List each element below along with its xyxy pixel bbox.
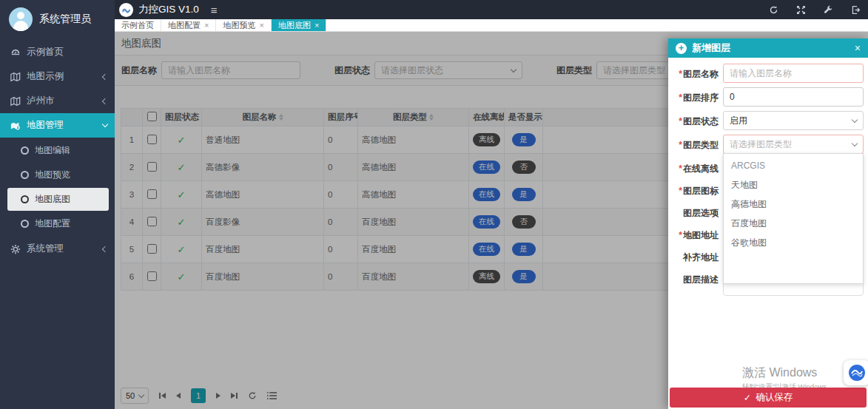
dropdown-option-gaode[interactable]: 高德地图 [724, 195, 863, 214]
sidebar-item-map-preview[interactable]: 地图预览 [7, 163, 109, 186]
close-icon[interactable]: × [314, 21, 319, 30]
user-name: 系统管理员 [39, 13, 91, 26]
sidebar-item-label: 地图配置 [35, 217, 70, 230]
tab-label: 地图底图 [278, 20, 311, 31]
sidebar-item-label: 地图编辑 [35, 144, 70, 157]
tab-map-basemap[interactable]: 地图底图 × [272, 19, 326, 31]
sidebar-item-luzhou[interactable]: 泸州市 [0, 89, 115, 113]
chevron-down-icon [852, 116, 858, 122]
check-icon: ✓ [744, 392, 751, 403]
app-logo [119, 3, 133, 17]
tab-label: 示例首页 [121, 20, 154, 31]
sidebar-item-system-management[interactable]: 系统管理 [0, 237, 115, 261]
tab-map-preview[interactable]: 地图预览 × [216, 19, 271, 31]
app-title: 力控GIS V1.0 [138, 3, 199, 16]
modal-header: + 新增图层 × [668, 38, 868, 58]
layer-status-label: 图层状态 [671, 111, 719, 128]
chevron-left-icon [102, 73, 108, 79]
sidebar-item-map-management[interactable]: 地图管理 [0, 113, 115, 138]
plus-circle-icon: + [676, 43, 687, 54]
floating-widget-button[interactable] [844, 360, 868, 385]
modal-body: 图层名称 图层排序 图层状态 启用 图层类型 请选择图层类型 [668, 58, 868, 296]
map-url-label: 地图地址 [671, 225, 719, 242]
layer-desc-label: 图层描述 [671, 269, 719, 286]
topbar-actions [769, 5, 861, 15]
chevron-down-icon [852, 140, 858, 146]
sidebar-item-label: 地图底图 [35, 193, 70, 206]
chevron-left-icon [102, 246, 108, 251]
tab-bar: 示例首页 地图配置 × 地图预览 × 地图底图 × [115, 19, 868, 32]
layer-sort-label: 图层排序 [671, 87, 719, 104]
sidebar-item-label: 地图管理 [27, 119, 97, 132]
close-icon[interactable]: × [259, 21, 263, 30]
avatar [9, 7, 33, 31]
menu-toggle-icon[interactable]: ≡ [211, 4, 218, 16]
top-bar: 力控GIS V1.0 ≡ [115, 0, 868, 19]
user-profile[interactable]: 系统管理员 [0, 0, 115, 40]
layer-status-field[interactable]: 启用 [723, 111, 864, 130]
sidebar: 系统管理员 示例首页 地图示例 泸州市 地图管理 [0, 0, 115, 409]
refresh-icon[interactable] [769, 5, 778, 15]
sidebar-nav: 示例首页 地图示例 泸州市 地图管理 地图编辑 [0, 40, 115, 261]
logout-icon[interactable] [851, 5, 861, 15]
confirm-save-button[interactable]: ✓ 确认保存 [670, 388, 867, 408]
sidebar-item-map-demo[interactable]: 地图示例 [0, 64, 115, 89]
layer-type-label: 图层类型 [671, 135, 719, 152]
layer-name-label: 图层名称 [671, 64, 719, 81]
circle-icon [21, 195, 29, 203]
sidebar-item-map-basemap[interactable]: 地图底图 [7, 188, 109, 211]
dropdown-option-arcgis[interactable]: ARCGIS [724, 156, 863, 175]
circle-icon [21, 171, 29, 179]
close-icon[interactable]: × [855, 42, 861, 54]
online-offline-label: 在线离线 [671, 158, 719, 175]
fullscreen-icon[interactable] [796, 5, 806, 15]
sidebar-item-map-config[interactable]: 地图配置 [7, 212, 109, 235]
tab-home[interactable]: 示例首页 [115, 19, 161, 31]
sidebar-item-map-edit[interactable]: 地图编辑 [7, 139, 109, 162]
gear-icon [10, 244, 21, 254]
browser-widget-icon [848, 364, 866, 382]
map-management-icon [10, 121, 21, 131]
layer-options-label: 图层选项 [671, 203, 719, 220]
dropdown-option-google[interactable]: 谷歌地图 [724, 233, 863, 252]
extra-url-label: 补齐地址 [671, 247, 719, 264]
tab-label: 地图配置 [168, 20, 201, 31]
layer-type-field[interactable]: 请选择图层类型 [723, 135, 864, 154]
dropdown-option-baidu[interactable]: 百度地图 [724, 214, 863, 233]
map-icon [10, 96, 21, 107]
sidebar-item-label: 地图预览 [35, 169, 70, 181]
sidebar-item-label: 示例首页 [27, 46, 107, 58]
close-icon[interactable]: × [204, 21, 209, 30]
modal-title: 新增图层 [692, 41, 850, 55]
circle-icon [21, 220, 29, 228]
chevron-left-icon [102, 98, 108, 104]
layer-name-field[interactable] [723, 64, 864, 83]
layer-icon-label: 图层图标 [671, 180, 719, 197]
tab-label: 地图预览 [223, 20, 255, 31]
new-layer-modal: + 新增图层 × 图层名称 图层排序 图层状态 启用 图层类型 [668, 38, 868, 409]
map-icon [10, 72, 21, 82]
wrench-icon[interactable] [824, 5, 833, 15]
sidebar-item-label: 泸州市 [27, 95, 97, 107]
sidebar-item-label: 系统管理 [27, 243, 97, 255]
tab-map-config[interactable]: 地图配置 × [161, 19, 216, 31]
dropdown-option-tianditu[interactable]: 天地图 [724, 175, 863, 195]
layer-sort-field[interactable] [723, 87, 864, 107]
circle-icon [21, 146, 29, 155]
dashboard-icon [10, 47, 21, 58]
sidebar-item-home[interactable]: 示例首页 [0, 40, 115, 64]
chevron-down-icon [102, 121, 108, 127]
sidebar-item-label: 地图示例 [27, 70, 97, 83]
app-window: 系统管理员 示例首页 地图示例 泸州市 地图管理 [0, 0, 868, 409]
layer-type-dropdown: ARCGIS 天地图 高德地图 百度地图 谷歌地图 [723, 153, 864, 284]
